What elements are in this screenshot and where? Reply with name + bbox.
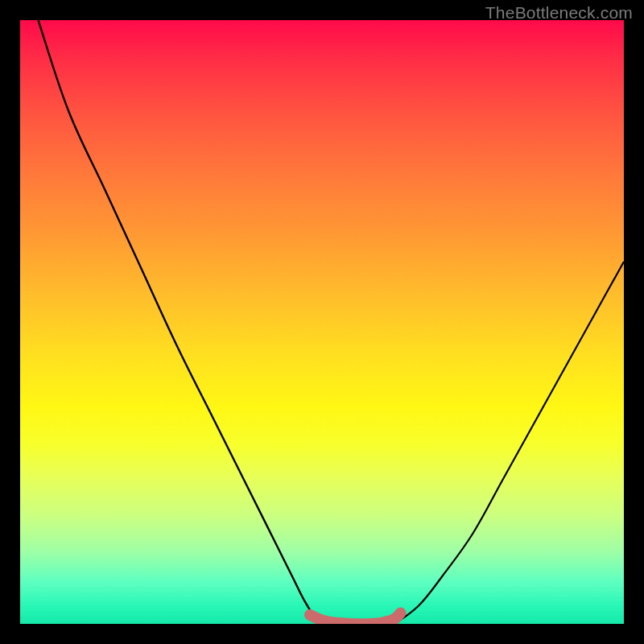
curve-overlay	[20, 20, 624, 624]
chart-frame: TheBottleneck.com	[0, 0, 644, 644]
bottleneck-right-curve	[394, 262, 624, 624]
optimal-range-marker	[310, 613, 401, 625]
watermark-text: TheBottleneck.com	[485, 3, 633, 23]
bottleneck-left-curve	[39, 20, 328, 624]
plot-area	[20, 20, 624, 624]
